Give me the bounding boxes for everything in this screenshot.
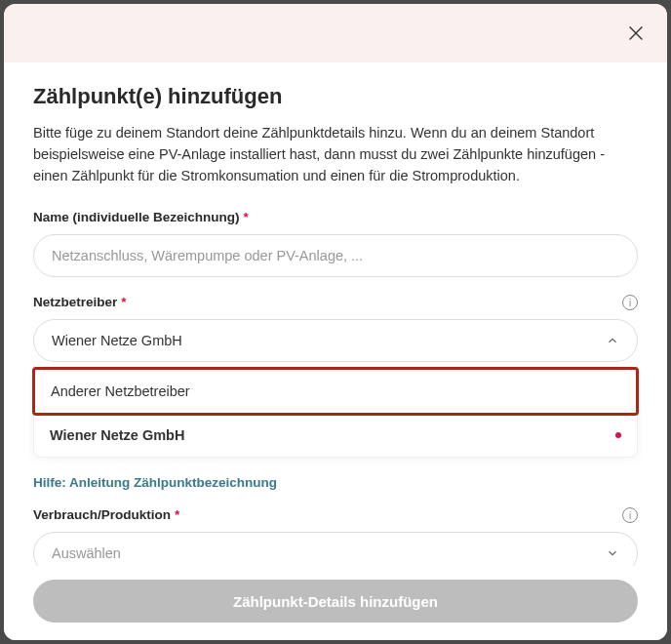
close-icon: [625, 22, 647, 44]
selected-indicator-icon: [615, 432, 621, 438]
modal-header: [4, 4, 667, 62]
required-mark: *: [175, 507, 179, 522]
dropdown-option-label: Wiener Netze GmbH: [50, 427, 184, 443]
close-button[interactable]: [624, 21, 648, 45]
modal-body: Zählpunkt(e) hinzufügen Bitte füge zu de…: [4, 62, 667, 566]
submit-button[interactable]: Zählpunkt-Details hinzufügen: [33, 580, 638, 623]
modal-title: Zählpunkt(e) hinzufügen: [33, 84, 638, 109]
field-operator: Netzbetreiber * i Wiener Netze GmbH Ande…: [33, 295, 638, 458]
modal-footer: Zählpunkt-Details hinzufügen: [4, 566, 667, 640]
modal-dialog: Zählpunkt(e) hinzufügen Bitte füge zu de…: [4, 4, 667, 640]
consumption-placeholder: Auswählen: [52, 545, 606, 561]
modal-description: Bitte füge zu deinem Standort deine Zähl…: [33, 123, 638, 186]
operator-label-text: Netzbetreiber: [33, 295, 117, 309]
consumption-select[interactable]: Auswählen: [33, 532, 638, 566]
operator-label: Netzbetreiber *: [33, 295, 638, 309]
name-label-text: Name (individuelle Bezeichnung): [33, 210, 240, 224]
chevron-down-icon: [606, 546, 619, 560]
operator-selected-value: Wiener Netze GmbH: [52, 333, 606, 348]
required-mark: *: [121, 295, 126, 309]
required-mark: *: [244, 210, 249, 224]
help-link[interactable]: Hilfe: Anleitung Zählpunktbezeichnung: [33, 475, 638, 490]
consumption-label: Verbrauch/Produktion *: [33, 507, 638, 522]
chevron-up-icon: [606, 334, 619, 347]
name-input[interactable]: [33, 234, 638, 277]
consumption-label-text: Verbrauch/Produktion: [33, 507, 171, 522]
name-label: Name (individuelle Bezeichnung) *: [33, 210, 638, 224]
dropdown-option-wiener[interactable]: Wiener Netze GmbH: [34, 414, 637, 457]
field-name: Name (individuelle Bezeichnung) *: [33, 210, 638, 277]
operator-select[interactable]: Wiener Netze GmbH: [33, 319, 638, 362]
operator-dropdown: Anderer Netzbetreiber Wiener Netze GmbH: [33, 368, 638, 458]
field-consumption: Verbrauch/Produktion * i Auswählen: [33, 507, 638, 566]
dropdown-option-other[interactable]: Anderer Netzbetreiber: [32, 367, 639, 416]
